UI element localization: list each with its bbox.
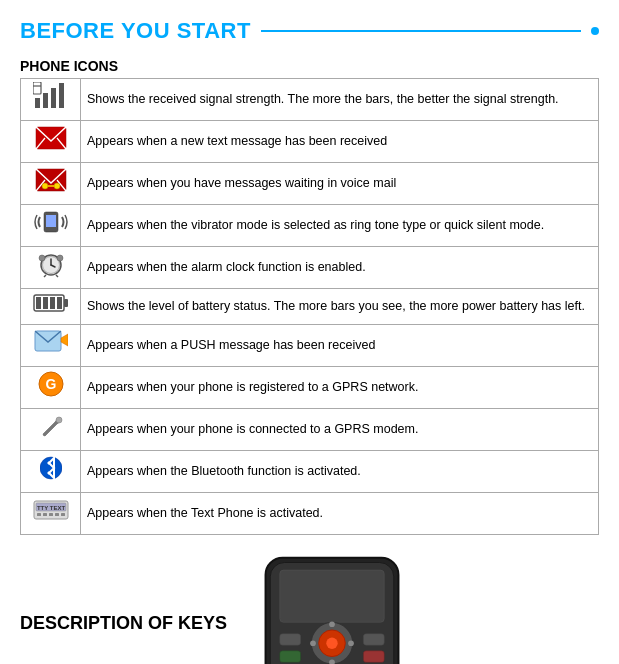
icon-cell-alarm [21, 247, 81, 289]
table-row: TTY TEXT Appears when the Text Phone is … [21, 493, 599, 535]
svg-text:TTY TEXT: TTY TEXT [36, 505, 65, 511]
bluetooth-icon [40, 454, 62, 482]
svg-rect-16 [46, 215, 56, 227]
signal-icon [33, 82, 69, 110]
svg-text:G: G [45, 376, 56, 392]
svg-rect-1 [43, 93, 48, 108]
icon-cell-gprs-modem [21, 409, 81, 451]
icon-cell-voicemail [21, 163, 81, 205]
table-row: Appears when you have messages waiting i… [21, 163, 599, 205]
svg-rect-58 [363, 651, 384, 662]
icon-cell-sms [21, 121, 81, 163]
description-of-keys-label: DESCRIPTION OF KEYS [20, 613, 227, 634]
desc-cell-alarm: Appears when the alarm clock function is… [81, 247, 599, 289]
svg-rect-41 [49, 513, 53, 516]
table-row: Appears when the Bluetooth function is a… [21, 451, 599, 493]
icon-cell-bluetooth [21, 451, 81, 493]
svg-rect-4 [33, 82, 41, 94]
voicemail-icon [35, 166, 67, 194]
page-header: BEFORE YOU START [20, 18, 599, 44]
svg-rect-40 [43, 513, 47, 516]
icon-cell-gprs: G [21, 367, 81, 409]
sms-icon [35, 124, 67, 152]
svg-point-53 [310, 640, 316, 646]
desc-cell-sms: Appears when a new text message has been… [81, 121, 599, 163]
gprs-modem-icon [37, 412, 65, 440]
push-icon [34, 328, 68, 356]
svg-rect-0 [35, 98, 40, 108]
icon-cell-battery [21, 289, 81, 325]
svg-rect-27 [36, 297, 41, 309]
page-container: BEFORE YOU START PHONE ICONS [0, 0, 619, 664]
phone-icons-table: Shows the received signal strength. The … [20, 78, 599, 535]
desc-cell-gprs: Appears when your phone is registered to… [81, 367, 599, 409]
svg-line-23 [44, 275, 46, 277]
svg-point-35 [56, 417, 62, 423]
phone-icons-section-title: PHONE ICONS [20, 58, 599, 74]
svg-rect-28 [43, 297, 48, 309]
alarm-icon [36, 250, 66, 278]
phone-keypad-image: 1 2 3 4 5 6 7 8 9 * 0 # [237, 553, 427, 664]
table-row: Appears when the alarm clock function is… [21, 247, 599, 289]
desc-cell-gprs-modem: Appears when your phone is connected to … [81, 409, 599, 451]
table-row: Shows the received signal strength. The … [21, 79, 599, 121]
svg-point-21 [39, 255, 45, 261]
table-row: Appears when your phone is connected to … [21, 409, 599, 451]
svg-rect-30 [57, 297, 62, 309]
svg-marker-32 [61, 334, 68, 346]
svg-rect-43 [61, 513, 65, 516]
table-row: Appears when a new text message has been… [21, 121, 599, 163]
desc-cell-bluetooth: Appears when the Bluetooth function is a… [81, 451, 599, 493]
svg-rect-47 [280, 570, 385, 622]
icon-cell-push [21, 325, 81, 367]
gprs-icon: G [37, 370, 65, 398]
svg-point-54 [348, 640, 354, 646]
svg-rect-3 [59, 83, 64, 108]
header-line [261, 30, 581, 32]
svg-rect-2 [51, 88, 56, 108]
desc-cell-vibrate: Appears when the vibrator mode is select… [81, 205, 599, 247]
battery-icon [33, 292, 69, 314]
svg-point-51 [329, 621, 335, 627]
desc-cell-voicemail: Appears when you have messages waiting i… [81, 163, 599, 205]
desc-cell-battery: Shows the level of battery status. The m… [81, 289, 599, 325]
svg-rect-26 [64, 299, 68, 307]
svg-rect-42 [55, 513, 59, 516]
svg-point-12 [42, 183, 48, 189]
icon-cell-signal [21, 79, 81, 121]
header-dot [591, 27, 599, 35]
svg-rect-57 [280, 651, 301, 662]
svg-point-50 [326, 638, 337, 649]
table-row: Appears when the vibrator mode is select… [21, 205, 599, 247]
desc-cell-push: Appears when a PUSH message has been rec… [81, 325, 599, 367]
svg-rect-56 [363, 634, 384, 645]
svg-line-24 [56, 275, 58, 277]
table-row: G Appears when your phone is registered … [21, 367, 599, 409]
svg-point-22 [57, 255, 63, 261]
icon-cell-vibrate [21, 205, 81, 247]
bottom-section: DESCRIPTION OF KEYS [20, 553, 599, 664]
svg-point-13 [54, 183, 60, 189]
svg-rect-39 [37, 513, 41, 516]
page-title: BEFORE YOU START [20, 18, 251, 44]
tty-icon: TTY TEXT [33, 496, 69, 524]
table-row: Shows the level of battery status. The m… [21, 289, 599, 325]
table-row: Appears when a PUSH message has been rec… [21, 325, 599, 367]
svg-rect-55 [280, 634, 301, 645]
icon-cell-tty: TTY TEXT [21, 493, 81, 535]
desc-cell-signal: Shows the received signal strength. The … [81, 79, 599, 121]
desc-cell-tty: Appears when the Text Phone is activated… [81, 493, 599, 535]
vibrate-icon [33, 208, 69, 236]
svg-rect-29 [50, 297, 55, 309]
